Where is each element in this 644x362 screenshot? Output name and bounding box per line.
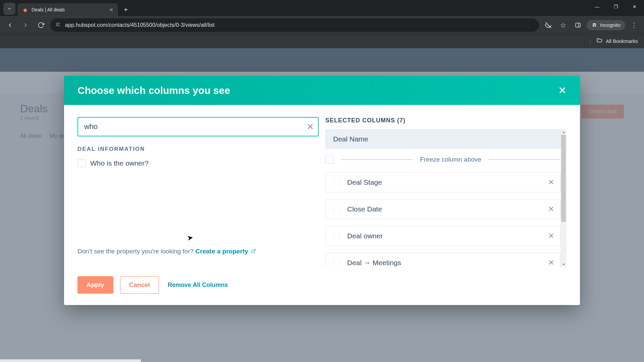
drag-handle-icon[interactable]: ⋮⋮ [330,234,342,238]
selected-column-item[interactable]: ⋮⋮ Close Date ✕ [325,199,560,219]
forward-button[interactable] [19,19,32,31]
scroll-up-icon[interactable]: ▴ [563,129,565,134]
property-result-row[interactable]: Who is the owner? [77,159,319,167]
tab-title: Deals | All deals [32,7,106,12]
search-field-wrapper: ✕ [77,117,319,136]
url-text: app.hubspot.com/contacts/45105500/object… [65,22,215,28]
property-group-header: DEAL INFORMATION [77,146,319,153]
remove-column-button[interactable]: ✕ [548,258,554,267]
side-panel-icon[interactable] [572,19,584,31]
browser-chrome: ◆ Deals | All deals ✕ + ― ❐ ✕ app.hubspo… [0,0,644,48]
remove-all-columns-link[interactable]: Remove All Columns [168,282,228,289]
site-info-icon[interactable] [55,21,61,29]
incognito-indicator[interactable]: Incognito [587,20,625,30]
selected-column-label: Close Date [347,205,543,213]
window-controls: ― ❐ ✕ [588,0,644,13]
frozen-column-label: Deal Name [333,135,368,143]
modal-header: Choose which columns you see ✕ [64,76,580,105]
selected-columns-header: SELECTED COLUMNS (7) [325,117,567,124]
property-search-input[interactable] [77,117,319,136]
scrollbar-thumb[interactable] [561,135,566,222]
maximize-button[interactable]: ❐ [606,0,625,13]
selected-column-label: Deal Stage [347,178,543,186]
frozen-column-item[interactable]: Deal Name [325,129,560,149]
folder-icon [596,38,602,45]
divider-line [341,159,413,160]
selected-column-label: Deal owner [347,232,543,240]
mouse-cursor-icon: ➤ [186,233,194,243]
edit-columns-modal: Choose which columns you see ✕ ✕ DEAL IN… [64,76,580,305]
tab-strip: ◆ Deals | All deals ✕ + ― ❐ ✕ [0,0,644,16]
selected-column-item[interactable]: ⋮⋮ Deal Stage ✕ [325,172,560,192]
external-link-icon [251,249,256,254]
minimize-button[interactable]: ― [588,0,606,13]
remove-column-button[interactable]: ✕ [548,178,554,187]
create-property-link[interactable]: Create a property [196,248,248,255]
bookmark-star-icon[interactable]: ☆ [557,19,569,31]
hubspot-favicon-icon: ◆ [22,7,28,13]
modal-footer: Apply Cancel Remove All Columns [64,267,580,305]
close-tab-button[interactable]: ✕ [109,7,113,13]
all-bookmarks-button[interactable]: All Bookmarks [606,38,638,44]
close-window-button[interactable]: ✕ [625,0,644,13]
browser-tab[interactable]: ◆ Deals | All deals ✕ [17,3,118,16]
drag-handle-icon[interactable]: ⋮⋮ [330,261,342,264]
drag-handle-icon[interactable]: ⋮⋮ [330,181,342,184]
browser-toolbar: app.hubspot.com/contacts/45105500/object… [0,16,644,34]
property-label: Who is the owner? [90,159,149,167]
selected-column-item[interactable]: ⋮⋮ Deal owner ✕ [325,226,560,246]
selected-columns-list: Deal Name Freeze column above ⋮⋮ Deal St… [325,129,567,267]
remove-column-button[interactable]: ✕ [548,205,554,214]
freeze-divider-row: Freeze column above [325,156,560,164]
freeze-checkbox[interactable] [325,156,333,164]
page-viewport: Deals 1 record Create deal All deals My … [0,48,644,362]
taskbar-fragment [0,359,141,362]
scroll-down-icon[interactable]: ▾ [563,262,565,267]
vertical-scrollbar[interactable]: ▴ ▾ [560,129,567,267]
reload-button[interactable] [35,19,47,31]
property-checkbox[interactable] [77,159,86,167]
bookmarks-bar: | All Bookmarks [0,34,644,48]
cancel-button[interactable]: Cancel [120,276,159,294]
tab-search-button[interactable] [3,3,15,15]
new-tab-button[interactable]: + [120,4,131,15]
eye-off-icon[interactable] [542,19,554,31]
incognito-label: Incognito [600,22,621,28]
address-bar[interactable]: app.hubspot.com/contacts/45105500/object… [50,18,539,32]
selected-column-item[interactable]: ⋮⋮ Deal → Meetings ✕ [325,253,560,267]
helper-text: Don't see the property you're looking fo… [77,248,319,255]
svg-rect-4 [576,23,580,27]
apply-button[interactable]: Apply [77,276,113,294]
svg-point-7 [595,25,596,27]
freeze-label: Freeze column above [420,156,481,163]
selected-column-label: Deal → Meetings [347,259,543,267]
divider-line [489,159,560,160]
back-button[interactable] [4,19,16,31]
remove-column-button[interactable]: ✕ [548,232,554,240]
modal-title: Choose which columns you see [77,85,230,96]
drag-handle-icon[interactable]: ⋮⋮ [330,207,342,211]
modal-close-button[interactable]: ✕ [558,84,567,96]
browser-menu-button[interactable]: ⋮ [628,19,640,31]
svg-line-8 [253,249,255,251]
clear-search-button[interactable]: ✕ [307,122,314,132]
svg-point-6 [593,25,594,27]
